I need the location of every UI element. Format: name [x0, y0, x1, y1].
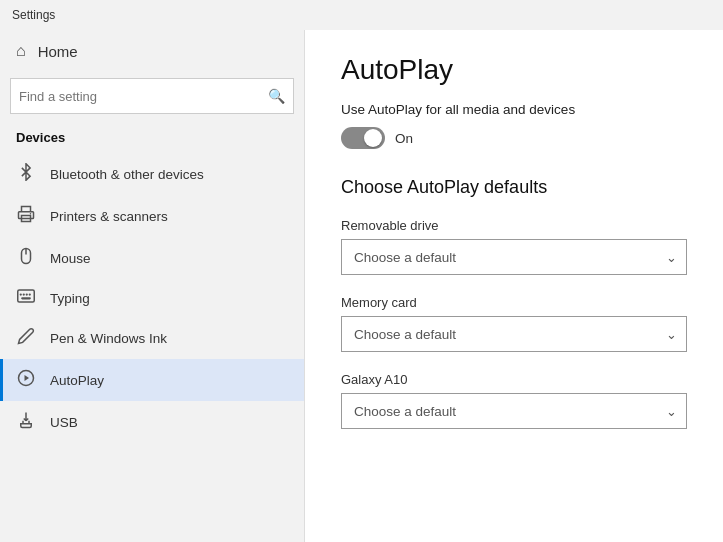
usb-icon: [16, 411, 36, 433]
toggle-description: Use AutoPlay for all media and devices: [341, 102, 687, 117]
memory-card-group: Memory card Choose a default ⌄: [341, 295, 687, 352]
removable-drive-group: Removable drive Choose a default ⌄: [341, 218, 687, 275]
removable-drive-select[interactable]: Choose a default: [341, 239, 687, 275]
search-wrapper: 🔍: [0, 72, 304, 124]
sidebar-item-bluetooth[interactable]: Bluetooth & other devices: [0, 153, 304, 195]
sidebar-item-bluetooth-label: Bluetooth & other devices: [50, 167, 204, 182]
title-bar: Settings: [0, 0, 723, 30]
removable-drive-label: Removable drive: [341, 218, 687, 233]
autoplay-toggle[interactable]: [341, 127, 385, 149]
typing-icon: [16, 289, 36, 307]
sidebar-item-pen-label: Pen & Windows Ink: [50, 331, 167, 346]
memory-card-wrapper: Choose a default ⌄: [341, 316, 687, 352]
toggle-line: On: [341, 127, 687, 149]
search-box[interactable]: 🔍: [10, 78, 294, 114]
sidebar-item-autoplay[interactable]: AutoPlay: [0, 359, 304, 401]
sidebar-item-usb-label: USB: [50, 415, 78, 430]
bluetooth-icon: [16, 163, 36, 185]
mouse-icon: [16, 247, 36, 269]
galaxy-a10-label: Galaxy A10: [341, 372, 687, 387]
sidebar-section-label: Devices: [0, 124, 304, 153]
pen-icon: [16, 327, 36, 349]
sidebar-item-mouse[interactable]: Mouse: [0, 237, 304, 279]
sidebar-item-printers-label: Printers & scanners: [50, 209, 168, 224]
svg-point-3: [30, 213, 32, 215]
memory-card-select[interactable]: Choose a default: [341, 316, 687, 352]
toggle-state-label: On: [395, 131, 413, 146]
app-title: Settings: [12, 8, 55, 22]
sidebar-item-typing[interactable]: Typing: [0, 279, 304, 317]
autoplay-icon: [16, 369, 36, 391]
memory-card-label: Memory card: [341, 295, 687, 310]
sidebar-item-typing-label: Typing: [50, 291, 90, 306]
galaxy-a10-group: Galaxy A10 Choose a default ⌄: [341, 372, 687, 429]
removable-drive-wrapper: Choose a default ⌄: [341, 239, 687, 275]
sidebar-item-mouse-label: Mouse: [50, 251, 91, 266]
home-icon: ⌂: [16, 42, 26, 60]
sidebar-home-button[interactable]: ⌂ Home: [0, 30, 304, 72]
home-label: Home: [38, 43, 78, 60]
sidebar-item-usb[interactable]: USB: [0, 401, 304, 443]
sidebar-item-printers[interactable]: Printers & scanners: [0, 195, 304, 237]
search-input[interactable]: [19, 89, 268, 104]
autoplay-toggle-section: Use AutoPlay for all media and devices O…: [341, 102, 687, 149]
search-icon: 🔍: [268, 88, 285, 104]
toggle-knob: [364, 129, 382, 147]
main-layout: ⌂ Home 🔍 Devices Bluetooth & other devic…: [0, 30, 723, 542]
svg-rect-6: [18, 290, 35, 302]
sidebar-item-pen[interactable]: Pen & Windows Ink: [0, 317, 304, 359]
main-content: AutoPlay Use AutoPlay for all media and …: [305, 30, 723, 542]
galaxy-a10-select[interactable]: Choose a default: [341, 393, 687, 429]
sidebar-item-autoplay-label: AutoPlay: [50, 373, 104, 388]
section-heading: Choose AutoPlay defaults: [341, 177, 687, 198]
galaxy-a10-wrapper: Choose a default ⌄: [341, 393, 687, 429]
sidebar: ⌂ Home 🔍 Devices Bluetooth & other devic…: [0, 30, 305, 542]
printer-icon: [16, 205, 36, 227]
svg-marker-13: [25, 375, 30, 381]
page-title: AutoPlay: [341, 54, 687, 86]
